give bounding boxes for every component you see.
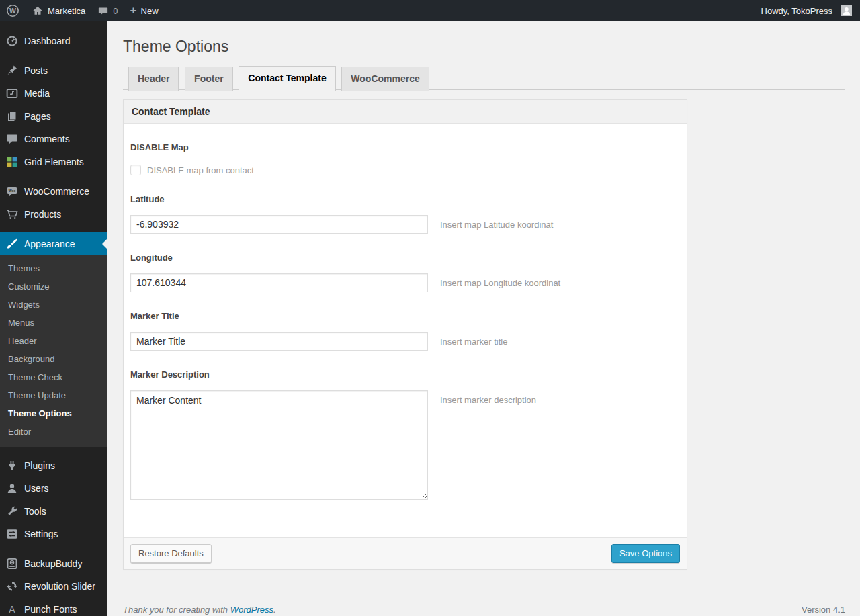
- plus-icon: +: [130, 5, 137, 16]
- sidebar-label: Appearance: [24, 237, 75, 251]
- submenu-item-editor[interactable]: Editor: [0, 423, 108, 441]
- admin-bar: W Marketica 0 + New Howdy, TokoPress: [0, 0, 860, 21]
- submenu-item-theme-check[interactable]: Theme Check: [0, 368, 108, 386]
- sidebar-label: Punch Fonts: [24, 603, 77, 616]
- submenu-item-themes[interactable]: Themes: [0, 259, 108, 277]
- sidebar-item-pages[interactable]: Pages: [0, 105, 108, 128]
- grid-icon: [5, 155, 19, 169]
- svg-text:W: W: [9, 7, 16, 15]
- footer-thanks: Thank you for creating with WordPress.: [123, 605, 276, 615]
- menu-separator: [0, 226, 108, 232]
- disable-map-checkbox[interactable]: [130, 165, 141, 175]
- comment-icon: [5, 132, 19, 146]
- sidebar-item-plugins[interactable]: Plugins: [0, 454, 108, 477]
- letter-a-icon: A: [5, 603, 19, 616]
- submenu-item-header[interactable]: Header: [0, 332, 108, 350]
- cart-icon: [5, 208, 19, 221]
- page-title: Theme Options: [123, 21, 845, 56]
- tab-footer[interactable]: Footer: [185, 67, 233, 91]
- settings-icon: [5, 527, 19, 541]
- wrench-icon: [5, 504, 19, 518]
- menu-separator: [0, 447, 108, 454]
- field-group-disable-map: DISABLE Map DISABLE map from contact: [130, 142, 680, 175]
- appearance-submenu: Themes Customize Widgets Menus Header Ba…: [0, 255, 108, 447]
- sidebar-item-comments[interactable]: Comments: [0, 128, 108, 150]
- sidebar-item-punch-fonts[interactable]: A Punch Fonts: [0, 598, 108, 616]
- main-content: Theme Options Header Footer Contact Temp…: [108, 0, 860, 616]
- sidebar-label: BackupBuddy: [24, 557, 82, 570]
- site-name: Marketica: [48, 6, 85, 16]
- sidebar-label: Tools: [24, 504, 46, 518]
- submenu-item-theme-update[interactable]: Theme Update: [0, 386, 108, 404]
- longitude-label: Longitude: [130, 253, 680, 263]
- comment-bubble-icon: [97, 5, 109, 17]
- latitude-help: Insert map Latitude koordinat: [440, 215, 553, 230]
- marker-title-label: Marker Title: [130, 311, 680, 321]
- submenu-item-theme-options[interactable]: Theme Options: [0, 404, 108, 423]
- longitude-help: Insert map Longitude koordinat: [440, 273, 560, 288]
- sidebar-item-products[interactable]: Products: [0, 203, 108, 226]
- field-group-latitude: Latitude Insert map Latitude koordinat: [130, 194, 680, 234]
- sidebar-item-woocommerce[interactable]: Woo WooCommerce: [0, 180, 108, 203]
- new-content-menu[interactable]: + New: [124, 0, 165, 21]
- sidebar-label: Products: [24, 208, 61, 221]
- sidebar-item-media[interactable]: Media: [0, 82, 108, 105]
- restore-defaults-button[interactable]: Restore Defaults: [130, 544, 212, 563]
- menu-separator: [0, 545, 108, 552]
- wordpress-logo-menu[interactable]: W: [0, 0, 26, 21]
- marker-description-help: Insert marker description: [440, 390, 536, 405]
- tab-header[interactable]: Header: [128, 67, 179, 91]
- submenu-item-customize[interactable]: Customize: [0, 277, 108, 296]
- site-name-menu[interactable]: Marketica: [26, 0, 91, 21]
- longitude-row: Insert map Longitude koordinat: [130, 273, 680, 292]
- sidebar-item-users[interactable]: Users: [0, 477, 108, 500]
- latitude-label: Latitude: [130, 194, 680, 204]
- sidebar-item-posts[interactable]: Posts: [0, 59, 108, 82]
- save-options-button[interactable]: Save Options: [611, 544, 680, 563]
- tab-bar: Header Footer Contact Template WooCommer…: [123, 56, 845, 90]
- submenu-item-widgets[interactable]: Widgets: [0, 296, 108, 314]
- sidebar-label: Users: [24, 482, 49, 495]
- refresh-icon: [5, 580, 19, 593]
- howdy-menu[interactable]: Howdy, TokoPress: [755, 0, 852, 21]
- marker-title-input[interactable]: [130, 332, 428, 351]
- sidebar-label: Pages: [24, 109, 51, 123]
- backup-icon: [5, 557, 19, 570]
- sidebar-item-appearance[interactable]: Appearance: [0, 232, 108, 255]
- marker-description-textarea[interactable]: Marker Content: [130, 390, 428, 500]
- sidebar-item-settings[interactable]: Settings: [0, 523, 108, 545]
- admin-bar-right: Howdy, TokoPress: [755, 0, 860, 21]
- tab-contact-template[interactable]: Contact Template: [239, 66, 335, 91]
- marker-title-row: Insert marker title: [130, 332, 680, 351]
- sidebar-label: Settings: [24, 527, 58, 541]
- sidebar-item-dashboard[interactable]: Dashboard: [0, 30, 108, 52]
- plugin-icon: [5, 459, 19, 472]
- sidebar-label: Posts: [24, 64, 48, 77]
- sidebar-item-tools[interactable]: Tools: [0, 500, 108, 523]
- submenu-item-menus[interactable]: Menus: [0, 314, 108, 332]
- sidebar-item-revolution-slider[interactable]: Revolution Slider: [0, 575, 108, 598]
- user-icon: [5, 482, 19, 495]
- field-group-marker-title: Marker Title Insert marker title: [130, 311, 680, 351]
- wordpress-link[interactable]: WordPress: [230, 605, 273, 615]
- menu-separator: [0, 52, 108, 59]
- disable-map-row: DISABLE map from contact: [130, 165, 680, 175]
- sidebar-label: Dashboard: [24, 34, 71, 48]
- media-icon: [5, 87, 19, 100]
- page-footer: Thank you for creating with WordPress. V…: [123, 570, 845, 616]
- sidebar-item-grid-elements[interactable]: Grid Elements: [0, 150, 108, 173]
- longitude-input[interactable]: [130, 273, 428, 292]
- latitude-row: Insert map Latitude koordinat: [130, 215, 680, 234]
- disable-map-label: DISABLE Map: [130, 142, 680, 152]
- thanks-prefix: Thank you for creating with: [123, 605, 230, 615]
- admin-menu: Dashboard Posts Media Pages Comments Gri…: [0, 21, 108, 616]
- howdy-text: Howdy, TokoPress: [761, 6, 832, 16]
- active-menu-arrow: [97, 238, 108, 249]
- tab-woocommerce[interactable]: WooCommerce: [341, 67, 429, 91]
- sidebar-item-backupbuddy[interactable]: BackupBuddy: [0, 552, 108, 575]
- sidebar-label: Plugins: [24, 459, 55, 472]
- submenu-item-background[interactable]: Background: [0, 350, 108, 368]
- latitude-input[interactable]: [130, 215, 428, 234]
- comments-menu[interactable]: 0: [91, 0, 124, 21]
- menu-separator: [0, 173, 108, 180]
